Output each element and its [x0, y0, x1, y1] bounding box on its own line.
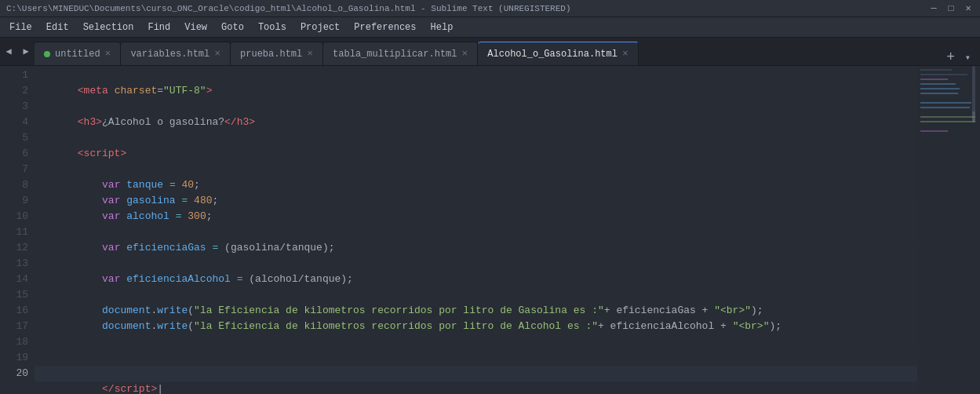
line-num-19: 19 [0, 350, 28, 366]
close-button[interactable]: ✕ [963, 3, 974, 14]
tab-add-button[interactable]: + [943, 49, 959, 65]
editor-area: 1 2 3 4 5 6 7 8 9 10 11 12 13 14 15 16 1… [0, 66, 980, 394]
line-num-11: 11 [0, 224, 28, 240]
tab-untitled-label: untitled [55, 49, 100, 60]
line-num-7: 7 [0, 162, 28, 177]
line-num-10: 10 [0, 209, 28, 224]
svg-rect-6 [920, 102, 971, 104]
svg-rect-11 [972, 66, 975, 113]
window-controls[interactable]: — □ ✕ [928, 3, 974, 14]
code-line-11: var eficienciaGas = (gasolina/tanque); [35, 224, 917, 240]
menu-preferences[interactable]: Preferences [348, 20, 422, 35]
tab-variables-close[interactable]: × [214, 49, 220, 59]
line-num-12: 12 [0, 240, 28, 256]
tabs-bar: ◀ ▶ untitled × variables.html × prueba.h… [0, 38, 980, 66]
line-num-3: 3 [0, 99, 28, 115]
code-area[interactable]: <meta charset="UTF-8"> <h3>¿Alcohol o ga… [35, 66, 917, 394]
line-num-9: 9 [0, 193, 28, 209]
line-numbers: 1 2 3 4 5 6 7 8 9 10 11 12 13 14 15 16 1… [0, 66, 35, 394]
code-line-1: <meta charset="UTF-8"> [35, 67, 917, 83]
line-num-2: 2 [0, 83, 28, 99]
tabs-right-controls: + ▾ [943, 49, 980, 65]
svg-rect-5 [920, 93, 958, 94]
menu-goto[interactable]: Goto [215, 20, 250, 35]
tab-untitled[interactable]: untitled × [35, 42, 121, 65]
menu-file[interactable]: File [3, 20, 38, 35]
tab-alcohol-label: Alcohol_o_Gasolina.html [487, 49, 618, 60]
tab-prueba[interactable]: prueba.html × [231, 42, 323, 65]
tab-variables[interactable]: variables.html × [121, 42, 231, 65]
line-num-5: 5 [0, 130, 28, 146]
code-line-15: document.write("la Eficiencia de kilomet… [35, 287, 917, 303]
menu-bar: File Edit Selection Find View Goto Tools… [0, 17, 980, 38]
code-line-18 [35, 334, 917, 350]
tab-tabla-multiplicar-label: tabla_multiplicar.html [333, 49, 457, 60]
tab-tabla-multiplicar-close[interactable]: × [462, 49, 468, 59]
tab-prueba-close[interactable]: × [307, 49, 313, 59]
menu-selection[interactable]: Selection [77, 20, 140, 35]
svg-rect-3 [920, 83, 956, 85]
tab-untitled-close[interactable]: × [105, 49, 111, 59]
tab-alcohol[interactable]: Alcohol_o_Gasolina.html × [478, 42, 638, 65]
menu-edit[interactable]: Edit [40, 20, 75, 35]
tab-tabla-multiplicar[interactable]: tabla_multiplicar.html × [323, 42, 478, 65]
line-num-8: 8 [0, 177, 28, 193]
code-line-7: var tanque = 40; [35, 162, 917, 177]
line-num-15: 15 [0, 287, 28, 303]
svg-rect-7 [920, 107, 970, 108]
tab-alcohol-close[interactable]: × [622, 49, 628, 59]
svg-rect-9 [920, 121, 975, 122]
line-num-4: 4 [0, 115, 28, 130]
tab-prev-button[interactable]: ◀ [0, 38, 17, 65]
svg-rect-0 [920, 69, 952, 71]
line-num-13: 13 [0, 256, 28, 272]
title-path: C:\Users\MINEDUC\Documents\curso_ONC_Ora… [6, 4, 928, 13]
svg-rect-12 [972, 111, 975, 122]
svg-rect-8 [920, 116, 975, 118]
line-num-16: 16 [0, 303, 28, 319]
menu-find[interactable]: Find [141, 20, 177, 35]
line-num-18: 18 [0, 334, 28, 350]
code-line-13: var eficienciaAlcohol = (alcohol/tanque)… [35, 256, 917, 272]
code-line-3: <h3>¿Alcohol o gasolina?</h3> [35, 99, 917, 115]
menu-help[interactable]: Help [424, 20, 460, 35]
svg-rect-4 [920, 88, 960, 89]
line-num-20: 20 [0, 366, 28, 381]
tab-next-button[interactable]: ▶ [17, 38, 35, 65]
line-num-6: 6 [0, 146, 28, 162]
tab-prueba-label: prueba.html [240, 49, 302, 60]
menu-tools[interactable]: Tools [252, 20, 293, 35]
tab-modified-dot [44, 51, 50, 57]
svg-rect-1 [920, 74, 967, 75]
svg-rect-2 [920, 78, 948, 80]
code-line-6 [35, 146, 917, 162]
line-num-17: 17 [0, 319, 28, 334]
tabs-list-button[interactable]: ▾ [962, 50, 974, 65]
minimap-content [917, 66, 980, 394]
title-bar: C:\Users\MINEDUC\Documents\curso_ONC_Ora… [0, 0, 980, 17]
tab-variables-label: variables.html [130, 49, 209, 60]
minimap [917, 66, 980, 394]
line-num-1: 1 [0, 67, 28, 83]
code-line-19 [35, 350, 917, 366]
line-num-14: 14 [0, 272, 28, 287]
menu-project[interactable]: Project [294, 20, 346, 35]
maximize-button[interactable]: □ [945, 3, 956, 14]
menu-view[interactable]: View [178, 20, 213, 35]
code-line-20: </script>| [35, 366, 917, 381]
code-line-5: <script> [35, 130, 917, 146]
minimize-button[interactable]: — [928, 3, 939, 14]
svg-rect-10 [920, 130, 948, 132]
